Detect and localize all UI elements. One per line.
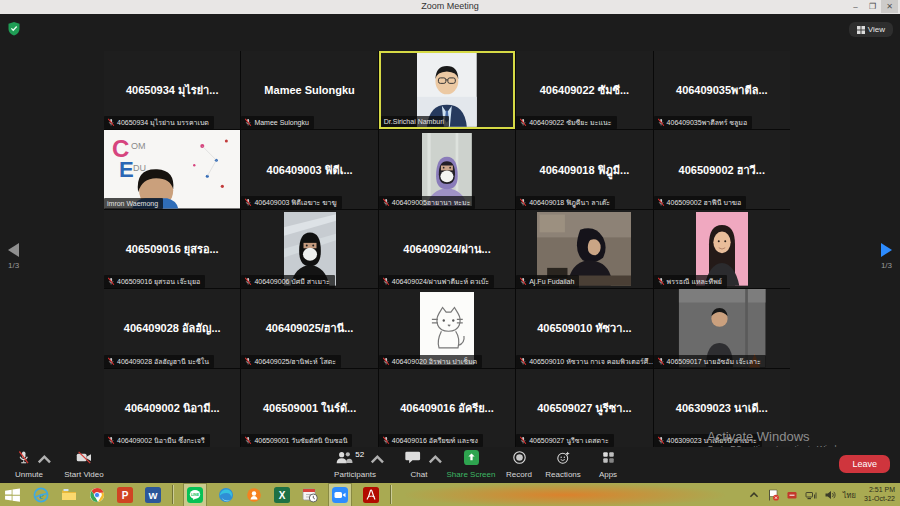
participant-tile[interactable]: Aj.Fu Fudailah [516, 210, 652, 288]
meeting-info-shield-icon[interactable] [7, 21, 21, 36]
unmute-options-chevron[interactable] [35, 452, 42, 458]
start-video-button[interactable]: Start Video [56, 450, 112, 479]
word-icon[interactable]: W [144, 486, 161, 503]
participant-name-label: 406409018 ฟิฎูคีนา ลาเต๊ะ [516, 196, 615, 209]
muted-mic-icon [107, 436, 115, 445]
previous-page-control[interactable]: 1/3 [8, 243, 19, 270]
participant-tile[interactable]: COMEDUimron Waemong [104, 130, 240, 208]
participant-tile[interactable]: 406509001 ในร์ดั...406509001 วันซัยดัสนิ… [241, 369, 377, 447]
participant-name-text: 406509010 หัซวาน กาเจ คอมพิวเตอร์ศึ... [529, 358, 652, 365]
participant-name-text: 406409025/ฮานิฟะห์ โสดะ [254, 358, 336, 365]
tray-chevron-icon[interactable] [748, 489, 760, 501]
muted-mic-icon [382, 436, 390, 445]
participants-label: Participants [334, 470, 376, 479]
datetime-icon[interactable] [301, 486, 318, 503]
share-screen-label: Share Screen [447, 470, 496, 479]
muted-mic-icon [657, 277, 665, 286]
participants-options-chevron[interactable] [368, 452, 375, 458]
security-app-icon[interactable] [245, 486, 262, 503]
minimize-button[interactable]: – [847, 0, 864, 13]
reactions-button[interactable]: Reactions [536, 450, 590, 479]
muted-mic-icon [657, 436, 665, 445]
window-titlebar[interactable]: Zoom Meeting – ❐ ✕ [0, 0, 900, 15]
share-screen-button[interactable]: Share Screen [438, 450, 504, 479]
close-button[interactable]: ✕ [881, 0, 898, 13]
wallpaper-glow [405, 483, 725, 506]
participant-tile[interactable]: 406509002 ฮาวี...406509002 ฮาฟีนี บาฆอ [654, 130, 790, 208]
participant-tile[interactable]: 406409022 ซัมซี...406409022 ซัมซียะ มะแน… [516, 51, 652, 129]
participant-tile[interactable]: 406309023 นาเดี...406309023 นาเดียร์นี ส… [654, 369, 790, 447]
participant-name-text: 406509002 ฮาฟีนี บาฆอ [667, 199, 742, 206]
participant-tile[interactable]: 406509017 นายอัซอัม เจ๊ะเลาะ [654, 289, 790, 367]
participant-tile[interactable]: 406409035พาตีล...406409035พาตีลทร์ ชลูมอ [654, 51, 790, 129]
chrome-icon[interactable] [88, 486, 105, 503]
powerpoint-icon[interactable]: P [116, 486, 133, 503]
chat-label: Chat [411, 470, 428, 479]
share-screen-icon [464, 450, 479, 465]
muted-mic-icon [382, 277, 390, 286]
restore-button[interactable]: ❐ [864, 0, 881, 13]
action-center-icon[interactable] [767, 489, 779, 501]
participant-name-label: imron Waemong [104, 198, 163, 209]
participant-tile[interactable]: 406409006 บัศมี สาเมาะ [241, 210, 377, 288]
participant-name-label: พรรธณี แหละทีพย์ [654, 275, 727, 288]
participants-icon [335, 450, 353, 465]
language-indicator[interactable]: ไทย [843, 489, 856, 501]
participant-name-label: Aj.Fu Fudailah [516, 275, 579, 288]
participant-tile[interactable]: 406409024/ผ่าน...406409024/ผ่านฟาตีมะห์ … [379, 210, 515, 288]
participants-button[interactable]: 52 Participants [320, 450, 390, 479]
participant-name-label: 406409022 ซัมซียะ มะแนะ [516, 116, 616, 129]
file-explorer-icon[interactable] [60, 486, 77, 503]
participant-tile[interactable]: 406409028 อัลฮัญ...406409028 อัลฮัญฮานี … [104, 289, 240, 367]
chat-button[interactable]: Chat [398, 450, 440, 479]
participant-tile[interactable]: 406409020 อิรฟาน ปาเซ็มด [379, 289, 515, 367]
participant-name-label: 406409020 อิรฟาน ปาเซ็มด [379, 355, 482, 368]
acrobat-icon[interactable] [362, 486, 379, 503]
participant-tile[interactable]: 406409025/ฮานี...406409025/ฮานิฟะห์ โสดะ [241, 289, 377, 367]
window-controls: – ❐ ✕ [847, 0, 898, 13]
participant-tile[interactable]: 40650934 มุไรย่า...40650934 มุไรย่าน มรร… [104, 51, 240, 129]
taskbar-icons: ePWLINEX [4, 483, 391, 506]
internet-explorer-icon[interactable]: e [32, 486, 49, 503]
alert-icon[interactable] [786, 489, 798, 501]
participant-name-label: 406409016 อัครียฆท์ และซง [379, 434, 483, 447]
svg-text:E: E [119, 158, 134, 183]
unmute-button[interactable]: Unmute [6, 450, 52, 479]
leave-button[interactable]: Leave [839, 455, 890, 473]
participant-name-text: 406509027 นูรีซา เดสดาะ [529, 437, 609, 444]
muted-mic-icon [519, 357, 527, 366]
excel-icon[interactable]: X [273, 486, 290, 503]
participant-name-text: 40650934 มุไรย่าน มรรคาเบด [117, 119, 209, 126]
participant-tile[interactable]: Mamee SulongkuMamee Sulongku [241, 51, 377, 129]
muted-mic-icon [16, 450, 31, 465]
next-page-control[interactable]: 1/3 [881, 243, 892, 270]
line-icon[interactable]: LINE [184, 484, 206, 506]
participant-tile[interactable]: 406509027 นูรีซา...406509027 นูรีซา เดสด… [516, 369, 652, 447]
edge-icon[interactable] [217, 486, 234, 503]
participant-tile[interactable]: 406409016 อัครีย...406409016 อัครียฆท์ แ… [379, 369, 515, 447]
taskbar-clock[interactable]: 2:51 PM 31-Oct-22 [864, 486, 895, 503]
record-button[interactable]: Record [497, 450, 541, 479]
view-button[interactable]: View [849, 22, 893, 37]
participant-name-label: 406409002 นิอามีน ซึ่งกะเจรี [104, 434, 210, 447]
participant-tile[interactable]: 406409018 ฟิฎูมี...406409018 ฟิฎูคีนา ลา… [516, 130, 652, 208]
participant-name-text: Aj.Fu Fudailah [529, 278, 574, 285]
next-page-arrow-icon[interactable] [881, 243, 892, 257]
participant-tile[interactable]: 406509010 หัซวา...406509010 หัซวาน กาเจ … [516, 289, 652, 367]
participant-tile[interactable]: พรรธณี แหละทีพย์ [654, 210, 790, 288]
participant-tile[interactable]: 406409003 ฟิตีเ...406409003 ฟิตีเอฆาะ ฆา… [241, 130, 377, 208]
participant-tile[interactable]: 406409005ฮายานา หะมะ [379, 130, 515, 208]
previous-page-arrow-icon[interactable] [8, 243, 19, 257]
participant-tile[interactable]: 406509016 ยุสรอ...406509016 ยุสรอน เจ๊ะม… [104, 210, 240, 288]
muted-mic-icon [244, 198, 252, 207]
network-icon[interactable] [805, 489, 817, 501]
chat-options-chevron[interactable] [426, 452, 433, 458]
participant-tile[interactable]: Dr.Sirichai Namburi [379, 51, 515, 129]
apps-button[interactable]: Apps [590, 450, 626, 479]
windows-start-icon[interactable] [4, 486, 21, 503]
zoom-icon[interactable] [329, 484, 351, 506]
volume-icon[interactable] [824, 489, 836, 501]
participant-name-text: 406509001 วันซัยดัสนิ บินซอนิ [254, 437, 347, 444]
participant-tile[interactable]: 406409002 นิอามี...406409002 นิอามีน ซึ่… [104, 369, 240, 447]
muted-mic-icon [244, 357, 252, 366]
